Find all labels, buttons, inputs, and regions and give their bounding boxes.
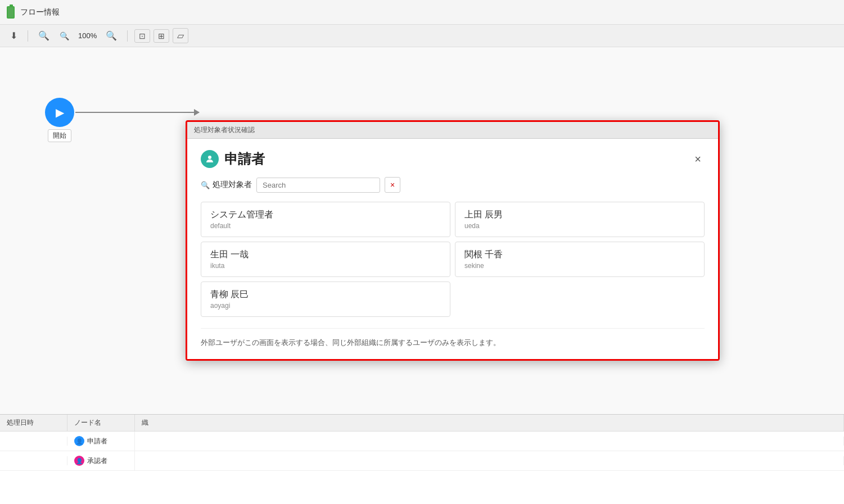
dialog-title: 申請者: [201, 150, 265, 168]
separator1: [28, 30, 28, 42]
date-cell-2: [0, 456, 67, 465]
user-card[interactable]: 青柳 辰巳 aoyagi: [201, 281, 450, 317]
dialog-close-button[interactable]: ×: [691, 152, 705, 166]
dialog-container: 処理対象者状況確認 申請者 ×: [186, 120, 720, 361]
user-name: システム管理者: [210, 209, 441, 221]
battery-icon: [7, 6, 15, 19]
user-card[interactable]: 生田 一哉 ikuta: [201, 242, 450, 277]
approver-label: 承認者: [87, 456, 107, 466]
user-name: 関根 千香: [464, 249, 695, 261]
approver-icon: 👤: [74, 456, 84, 466]
separator2: [127, 30, 128, 42]
user-name: 青柳 辰巳: [210, 289, 441, 301]
dialog-footer: 外部ユーザがこの画面を表示する場合、同じ外部組織に所属するユーザのみを表示します…: [201, 328, 705, 348]
dialog-title-bar: 処理対象者状況確認: [187, 122, 718, 139]
dialog-title-bar-label: 処理対象者状況確認: [194, 126, 255, 134]
applicant-label: 申請者: [87, 437, 107, 446]
user-login: default: [210, 222, 441, 230]
user-login: sekine: [464, 262, 695, 270]
footer-note-text: 外部ユーザがこの画面を表示する場合、同じ外部組織に所属するユーザのみを表示します…: [201, 338, 500, 347]
zoom-level: 100%: [76, 31, 99, 40]
user-login: aoyagi: [210, 302, 441, 310]
user-login: ikuta: [210, 262, 441, 270]
download-button[interactable]: ⬇: [7, 28, 21, 43]
user-name: 生田 一哉: [210, 249, 441, 261]
flow-arrow: [75, 112, 199, 113]
org-cell-1: [135, 437, 844, 446]
layout-button[interactable]: ▱: [173, 28, 188, 43]
col-node-header: ノード名: [67, 415, 135, 431]
search-label-text: 処理対象者: [213, 180, 252, 190]
search-label: 🔍 処理対象者: [201, 180, 252, 190]
start-node[interactable]: ▶ 開始: [45, 98, 74, 142]
applicant-icon: 👤: [74, 436, 84, 446]
canvas-area: ▶ 開始 処理日時 ノード名 織 👤 申請者 👤: [0, 47, 844, 504]
zoom-in-button[interactable]: 🔍: [35, 28, 53, 43]
col-date-header: 処理日時: [0, 415, 67, 431]
zoom-in2-button[interactable]: 🔍: [102, 28, 120, 43]
search-row: 🔍 処理対象者: [201, 177, 705, 193]
search-icon: 🔍: [201, 180, 210, 189]
node-cell-2: 👤 承認者: [67, 451, 135, 470]
user-card[interactable]: 上田 辰男 ueda: [455, 202, 705, 237]
start-node-label: 開始: [48, 129, 71, 142]
node-cell-1: 👤 申請者: [67, 432, 135, 451]
dialog-title-icon: [201, 150, 219, 168]
dialog-body: 申請者 × 🔍 処理対象者 システム管理者 default 上田 辰男 ueda: [187, 139, 718, 359]
table-row: 👤 承認者: [0, 451, 844, 471]
user-card[interactable]: システム管理者 default: [201, 202, 450, 237]
approver-badge: 👤 承認者: [74, 456, 107, 466]
play-icon: ▶: [56, 106, 64, 119]
col-org-header: 織: [135, 415, 844, 431]
user-login: ueda: [464, 222, 695, 230]
main-toolbar: フロー情報: [0, 0, 844, 25]
user-name: 上田 辰男: [464, 209, 695, 221]
app-title: フロー情報: [20, 7, 60, 17]
fit-button[interactable]: ⊡: [134, 29, 150, 43]
zoom-out-button[interactable]: 🔍: [56, 29, 73, 43]
dialog-header-row: 申請者 ×: [201, 150, 705, 168]
date-cell-1: [0, 437, 67, 446]
svg-point-0: [208, 156, 211, 159]
view-toolbar: ⬇ 🔍 🔍 100% 🔍 ⊡ ⊞ ▱: [0, 25, 844, 47]
table-row: 👤 申請者: [0, 432, 844, 451]
search-input[interactable]: [256, 178, 380, 193]
org-cell-2: [135, 456, 844, 465]
start-node-circle: ▶: [45, 98, 74, 127]
dialog-title-text: 申請者: [224, 150, 265, 168]
search-clear-button[interactable]: [385, 177, 400, 193]
grid-button[interactable]: ⊞: [154, 29, 169, 43]
table-header: 処理日時 ノード名 織: [0, 415, 844, 432]
user-card[interactable]: 関根 千香 sekine: [455, 242, 705, 277]
bottom-table-panel: 処理日時 ノード名 織 👤 申請者 👤 承認者: [0, 414, 844, 504]
person-icon: [205, 154, 215, 164]
user-cards-grid: システム管理者 default 上田 辰男 ueda 生田 一哉 ikuta 関…: [201, 202, 705, 317]
applicant-badge: 👤 申請者: [74, 436, 107, 446]
